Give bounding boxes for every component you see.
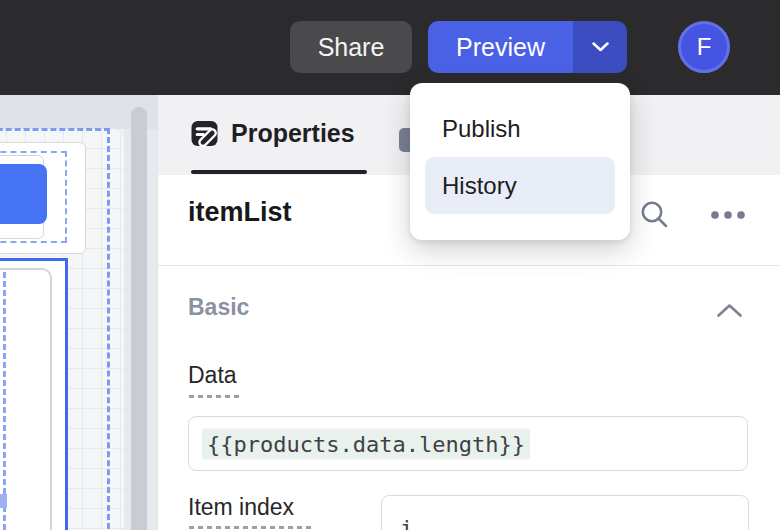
panel-divider [158, 265, 780, 266]
preview-split-button: Preview [428, 21, 627, 73]
canvas-button-component[interactable] [0, 164, 47, 224]
canvas-area[interactable] [0, 95, 157, 530]
selection-handle[interactable] [0, 494, 7, 508]
preview-dropdown-button[interactable] [573, 21, 627, 73]
preview-button[interactable]: Preview [428, 21, 573, 73]
menu-item-publish[interactable]: Publish [425, 100, 615, 157]
chevron-down-icon [592, 42, 609, 52]
tab-properties[interactable]: Properties [191, 119, 355, 148]
section-basic-title[interactable]: Basic [188, 294, 249, 321]
item-index-input[interactable]: i [381, 495, 749, 530]
chevron-up-icon [716, 302, 746, 319]
more-options-button[interactable] [709, 207, 753, 223]
component-name-heading: itemList [188, 197, 292, 228]
item-index-field-label: Item index [188, 494, 294, 521]
item-index-input-value: i [395, 513, 418, 530]
search-icon [640, 200, 672, 230]
preview-dropdown-menu: Publish History [410, 83, 630, 240]
ellipsis-icon [709, 210, 753, 220]
item-index-label-underline [189, 526, 311, 529]
user-avatar[interactable]: F [678, 21, 730, 73]
data-input-value: {{products.data.length}} [202, 428, 530, 459]
data-label-underline [189, 395, 241, 398]
app-window: Properties itemList [0, 0, 780, 530]
properties-icon [191, 120, 218, 147]
tab-properties-label: Properties [231, 119, 355, 148]
menu-item-history[interactable]: History [425, 157, 615, 214]
canvas-scrollbar-thumb[interactable] [131, 107, 147, 530]
selection-outline-fragment [3, 272, 6, 530]
nested-card[interactable] [0, 268, 52, 530]
data-field-label: Data [188, 362, 237, 389]
topbar: Share Preview F [0, 0, 780, 95]
active-tab-indicator [191, 170, 367, 174]
data-input[interactable]: {{products.data.length}} [188, 416, 748, 471]
collapse-section-button[interactable] [716, 300, 746, 320]
share-button[interactable]: Share [290, 21, 412, 73]
search-button[interactable] [640, 199, 672, 231]
